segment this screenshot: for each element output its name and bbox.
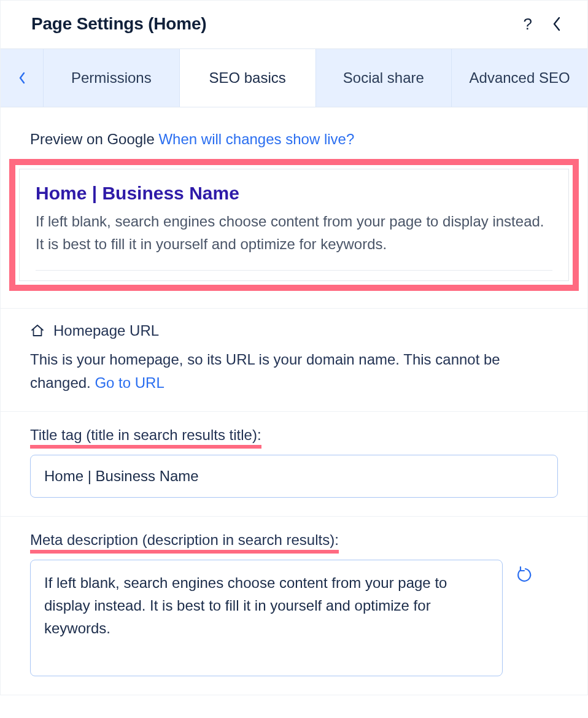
homepage-url-label-row: Homepage URL — [30, 322, 558, 339]
go-to-url-link[interactable]: Go to URL — [95, 374, 164, 391]
google-preview-title: Home | Business Name — [36, 183, 552, 204]
meta-description-label: Meta description (description in search … — [30, 531, 339, 550]
tab-advanced-seo[interactable]: Advanced SEO — [452, 49, 587, 107]
preview-changes-link[interactable]: When will changes show live? — [158, 131, 354, 147]
google-preview-description: If left blank, search engines choose con… — [36, 210, 552, 255]
meta-description-row — [30, 560, 558, 676]
preview-label-row: Preview on Google When will changes show… — [30, 131, 558, 148]
google-preview-divider — [36, 270, 552, 271]
title-tag-section: Title tag (title in search results title… — [1, 411, 587, 516]
page-settings-panel: Page Settings (Home) ? Permissions SEO b… — [0, 0, 588, 695]
home-icon — [30, 323, 45, 338]
back-chevron-icon[interactable] — [549, 17, 564, 31]
meta-description-section: Meta description (description in search … — [1, 516, 587, 695]
panel-header: Page Settings (Home) ? — [1, 1, 587, 48]
panel-title: Page Settings (Home) — [31, 14, 206, 34]
tab-social-share[interactable]: Social share — [316, 49, 452, 107]
header-actions: ? — [524, 15, 564, 34]
tab-seo-basics[interactable]: SEO basics — [180, 49, 316, 107]
tabs-bar: Permissions SEO basics Social share Adva… — [1, 48, 587, 107]
tab-permissions[interactable]: Permissions — [44, 49, 180, 107]
homepage-url-description: This is your homepage, so its URL is you… — [30, 348, 558, 393]
meta-description-input[interactable] — [30, 560, 503, 676]
homepage-url-label: Homepage URL — [53, 322, 159, 339]
tabs-back-button[interactable] — [1, 49, 44, 107]
preview-highlight-annotation: Home | Business Name If left blank, sear… — [9, 159, 579, 291]
homepage-url-section: Homepage URL This is your homepage, so i… — [1, 308, 587, 411]
help-icon[interactable]: ? — [524, 15, 532, 34]
preview-section: Preview on Google When will changes show… — [1, 107, 587, 291]
title-tag-input[interactable] — [30, 455, 558, 498]
title-tag-label: Title tag (title in search results title… — [30, 427, 261, 445]
reset-icon[interactable] — [515, 565, 536, 585]
google-preview-card: Home | Business Name If left blank, sear… — [19, 169, 569, 281]
preview-label: Preview on Google — [30, 131, 158, 147]
